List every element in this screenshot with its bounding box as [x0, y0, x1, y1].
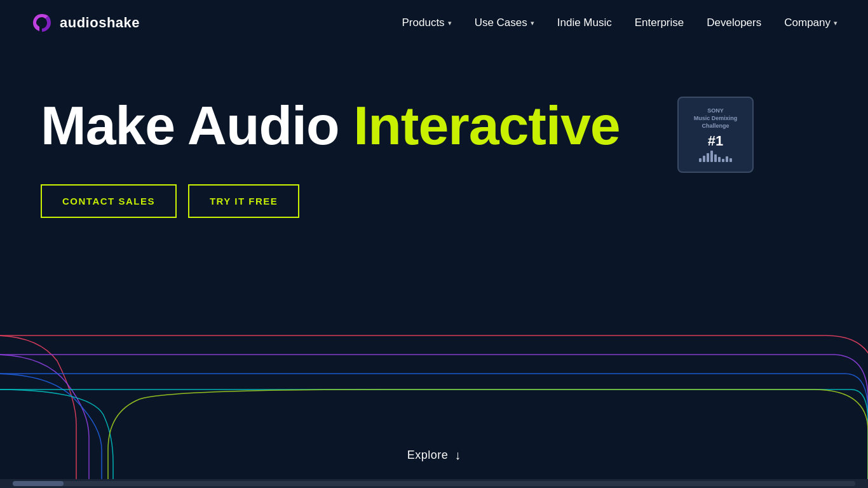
- nav-products-label: Products: [402, 17, 445, 29]
- cta-buttons: CONTACT SALES TRY IT FREE: [41, 184, 827, 218]
- sony-badge-title: SONYMusic DemixingChallenge: [694, 107, 738, 130]
- hero-section: Make Audio Interactive CONTACT SALES TRY…: [0, 46, 868, 488]
- scrollbar-track: [13, 481, 855, 486]
- explore-label: Explore: [407, 449, 449, 462]
- explore-down-icon: ↓: [454, 448, 461, 463]
- sony-badge-bars: [699, 151, 732, 162]
- sony-badge: SONYMusic DemixingChallenge #1: [677, 97, 754, 173]
- products-chevron-icon: ▾: [448, 19, 452, 27]
- bar5: [714, 154, 717, 162]
- use-cases-chevron-icon: ▾: [531, 19, 534, 27]
- bar4: [710, 151, 713, 162]
- bar2: [703, 156, 705, 162]
- bar6: [718, 157, 721, 162]
- logo-text: audioshake: [60, 15, 140, 31]
- nav-use-cases[interactable]: Use Cases ▾: [475, 17, 534, 29]
- nav-indie-music[interactable]: Indie Music: [557, 17, 612, 29]
- nav-products[interactable]: Products ▾: [402, 17, 452, 29]
- company-chevron-icon: ▾: [834, 19, 837, 27]
- nav-enterprise[interactable]: Enterprise: [635, 17, 684, 29]
- headline-green: Interactive: [353, 95, 620, 156]
- headline-white: Make Audio: [41, 95, 353, 156]
- logo-icon: [31, 11, 53, 34]
- explore-button[interactable]: Explore ↓: [407, 448, 461, 463]
- sony-badge-rank: #1: [708, 133, 723, 149]
- navbar: audioshake Products ▾ Use Cases ▾ Indie …: [0, 0, 868, 46]
- bar9: [729, 158, 732, 162]
- bar3: [707, 153, 709, 162]
- scrollbar[interactable]: [0, 479, 868, 488]
- nav-developers[interactable]: Developers: [707, 17, 761, 29]
- try-free-button[interactable]: TRY IT FREE: [188, 184, 299, 218]
- contact-sales-button[interactable]: CONTACT SALES: [41, 184, 177, 218]
- nav-enterprise-label: Enterprise: [635, 17, 684, 29]
- logo[interactable]: audioshake: [31, 11, 140, 34]
- bar7: [722, 159, 724, 162]
- bar1: [699, 158, 702, 162]
- scrollbar-thumb[interactable]: [13, 481, 64, 486]
- nav-indie-music-label: Indie Music: [557, 17, 612, 29]
- bar8: [726, 156, 728, 162]
- nav-links: Products ▾ Use Cases ▾ Indie Music Enter…: [402, 17, 837, 29]
- nav-company[interactable]: Company ▾: [784, 17, 837, 29]
- nav-use-cases-label: Use Cases: [475, 17, 527, 29]
- nav-developers-label: Developers: [707, 17, 761, 29]
- nav-company-label: Company: [784, 17, 831, 29]
